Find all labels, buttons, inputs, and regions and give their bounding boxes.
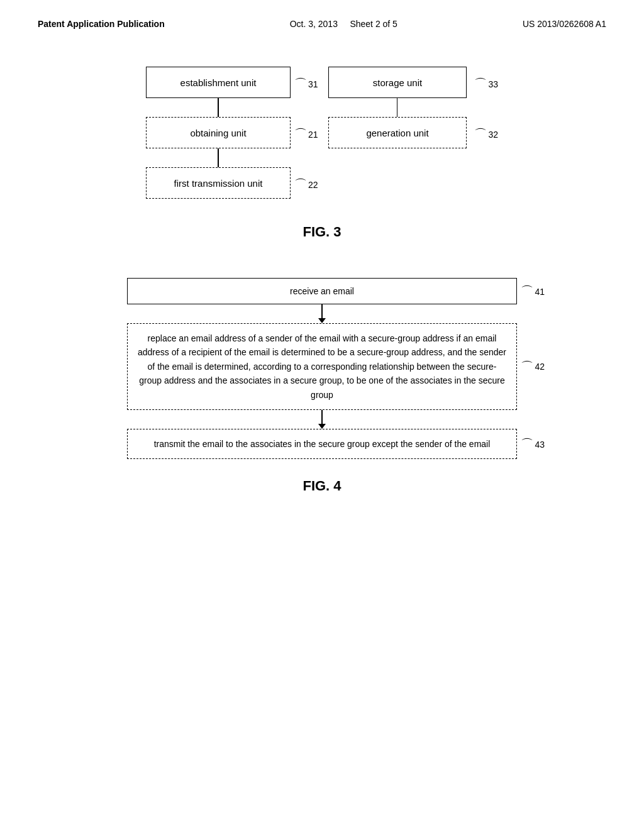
ref-21: ⌒ 21: [294, 126, 318, 143]
line-obtain-firsttrans: [218, 148, 219, 167]
ref-33-bracket: ⌒: [474, 75, 487, 92]
fig4-label: FIG. 4: [303, 478, 341, 494]
ref-43-num: 43: [535, 439, 545, 449]
header-left: Patent Application Publication: [38, 19, 165, 29]
storage-unit-label: storage unit: [373, 77, 422, 88]
fig4-transmit-container: transmit the email to the associates in …: [127, 429, 517, 459]
ref-31: ⌒ 31: [294, 75, 318, 92]
ref-32-bracket: ⌒: [474, 126, 487, 143]
fig4-section: receive an email ⌒ 41 replace an email a…: [38, 278, 606, 494]
fig3-section: establishment unit ⌒ 31 obtaining unit ⌒…: [38, 67, 606, 240]
header-patent-num: US 2013/0262608 A1: [523, 19, 606, 29]
generation-unit-box: generation unit: [328, 117, 467, 148]
fig4-receive-box: receive an email: [127, 278, 517, 304]
ref-22: ⌒ 22: [294, 176, 318, 193]
ref-21-num: 21: [308, 130, 318, 140]
ref-22-num: 22: [308, 180, 318, 190]
header-date: Oct. 3, 2013: [290, 19, 338, 29]
fig4-transmit-label: transmit the email to the associates in …: [154, 439, 491, 449]
ref-43: ⌒ 43: [521, 436, 545, 453]
header-publication-label: Patent Application Publication: [38, 19, 165, 29]
ref-43-bracket: ⌒: [521, 436, 533, 453]
storage-unit-box: storage unit: [328, 67, 467, 98]
fig4-diagram: receive an email ⌒ 41 replace an email a…: [127, 278, 517, 459]
ref-21-bracket: ⌒: [294, 126, 307, 143]
ref-31-bracket: ⌒: [294, 75, 307, 92]
ref-41: ⌒ 41: [521, 283, 545, 300]
establishment-unit-label: establishment unit: [180, 77, 257, 88]
ref-42: ⌒ 42: [521, 358, 545, 375]
header-sheet: Sheet 2 of 5: [350, 19, 397, 29]
page-header: Patent Application Publication Oct. 3, 2…: [38, 19, 606, 29]
ref-41-num: 41: [535, 286, 545, 296]
ref-32: ⌒ 32: [474, 126, 498, 143]
first-transmission-unit-label: first transmission unit: [174, 178, 263, 189]
obtaining-unit-box: obtaining unit: [146, 117, 291, 148]
fig4-receive-container: receive an email ⌒ 41: [127, 278, 517, 304]
ref-33-num: 33: [488, 79, 498, 89]
obtaining-unit-label: obtaining unit: [190, 128, 246, 138]
fig4-receive-label: receive an email: [290, 286, 354, 296]
ref-41-bracket: ⌒: [521, 283, 533, 300]
fig3-label: FIG. 3: [303, 224, 341, 240]
header-center: Oct. 3, 2013 Sheet 2 of 5: [290, 19, 397, 29]
fig4-transmit-box: transmit the email to the associates in …: [127, 429, 517, 459]
patent-page: Patent Application Publication Oct. 3, 2…: [0, 0, 644, 830]
fig4-replace-label: replace an email address of a sender of …: [138, 333, 506, 400]
generation-unit-label: generation unit: [366, 128, 428, 138]
ref-32-num: 32: [488, 130, 498, 140]
ref-31-num: 31: [308, 79, 318, 89]
fig4-replace-container: replace an email address of a sender of …: [127, 323, 517, 410]
header-right: US 2013/0262608 A1: [523, 19, 606, 29]
first-transmission-unit-box: first transmission unit: [146, 167, 291, 199]
ref-42-num: 42: [535, 362, 545, 372]
establishment-unit-box: establishment unit: [146, 67, 291, 98]
fig4-arrow-1: [127, 304, 517, 323]
line-storage-gen: [397, 98, 398, 117]
fig4-arrow-2: [127, 410, 517, 429]
fig4-replace-box: replace an email address of a sender of …: [127, 323, 517, 410]
line-estab-obtain: [218, 98, 219, 117]
ref-33: ⌒ 33: [474, 75, 498, 92]
ref-22-bracket: ⌒: [294, 176, 307, 193]
ref-42-bracket: ⌒: [521, 358, 533, 375]
